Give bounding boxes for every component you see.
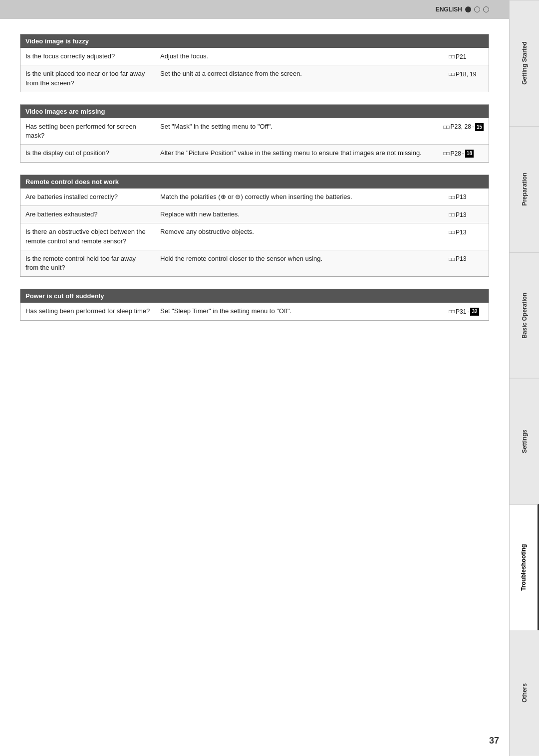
book-icon: □□	[443, 124, 449, 131]
sidebar-tab-others[interactable]: Others	[510, 630, 539, 756]
ref-cell: □□ P21	[444, 48, 489, 65]
ref-badge: 18	[465, 150, 474, 158]
book-icon: □□	[449, 256, 455, 263]
answer-cell: Match the polarities (⊕ or ⊖) correctly …	[155, 189, 444, 206]
question-cell: Is there an obstructive object between t…	[20, 223, 155, 250]
ref-text: P23, 28	[451, 123, 471, 131]
trouble-section-2: Remote control does not workAre batterie…	[20, 175, 489, 277]
page-number: 37	[489, 736, 499, 746]
sidebar: Getting StartedPreparationBasic Operatio…	[509, 0, 539, 756]
ref-box: □□ P21	[449, 53, 466, 61]
top-bar: ENGLISH	[0, 0, 539, 19]
ref-text: P13	[456, 193, 466, 201]
ref-cell: □□ P13	[444, 205, 489, 223]
book-icon: □□	[449, 53, 455, 60]
answer-cell: Set the unit at a correct distance from …	[155, 65, 444, 92]
table-row: Has setting been performed for screen ma…	[20, 118, 489, 145]
book-icon: □□	[449, 211, 455, 218]
ref-text: P13	[456, 228, 466, 237]
question-cell: Has setting been performed for screen ma…	[20, 118, 155, 145]
answer-cell: Hold the remote control closer to the se…	[155, 250, 444, 276]
book-icon: □□	[449, 308, 455, 315]
ref-badge: 32	[470, 308, 479, 316]
dot-empty-icon-1	[474, 6, 480, 12]
answer-cell: Adjust the focus.	[155, 48, 444, 65]
ref-cell: □□ P13	[444, 223, 489, 250]
answer-cell: Remove any obstructive objects.	[155, 223, 444, 250]
trouble-section-1: Video images are missingHas setting been…	[20, 104, 489, 163]
ref-cell: □□ P23, 28 - 15	[438, 118, 489, 145]
table-row: Are batteries installed correctly?Match …	[20, 189, 489, 206]
ref-badge: 15	[475, 123, 484, 131]
question-cell: Has setting been performed for sleep tim…	[20, 303, 155, 320]
ref-box: □□ P13	[449, 193, 466, 201]
question-cell: Are batteries exhausted?	[20, 205, 155, 223]
question-cell: Is the focus correctly adjusted?	[20, 48, 155, 65]
ref-cell: □□ P28 - 18	[438, 145, 489, 162]
ref-separator: -	[462, 150, 464, 158]
ref-text: P28	[451, 150, 461, 158]
ref-cell: □□ P18, 19	[444, 65, 489, 92]
ref-box: □□ P13	[449, 211, 466, 219]
ref-box: □□ P31 - 32	[449, 308, 479, 316]
ref-box: □□ P18, 19	[449, 70, 476, 79]
sidebar-tab-getting-started[interactable]: Getting Started	[510, 0, 539, 126]
ref-separator: -	[467, 308, 469, 316]
sidebar-tab-basic-operation[interactable]: Basic Operation	[510, 252, 539, 378]
ref-cell: □□ P31 - 32	[444, 303, 489, 320]
section-header-2: Remote control does not work	[20, 175, 489, 189]
ref-text: P13	[456, 211, 466, 219]
section-header-1: Video images are missing	[20, 105, 489, 118]
section-table-0: Is the focus correctly adjusted?Adjust t…	[20, 48, 489, 92]
answer-cell: Set "Mask" in the setting menu to "Off".	[155, 118, 438, 145]
ref-text: P13	[456, 255, 466, 263]
dot-empty-icon-2	[483, 6, 489, 12]
sidebar-tab-troubleshooting[interactable]: Troubleshooting	[510, 504, 539, 630]
table-row: Has setting been performed for sleep tim…	[20, 303, 489, 320]
section-header-3: Power is cut off suddenly	[20, 289, 489, 303]
table-row: Is the focus correctly adjusted?Adjust t…	[20, 48, 489, 65]
dot-filled-icon	[465, 6, 471, 12]
ref-cell: □□ P13	[444, 250, 489, 276]
ref-text: P21	[456, 53, 466, 61]
answer-cell: Set "Sleep Timer" in the setting menu to…	[155, 303, 444, 320]
table-row: Is the display out of position?Alter the…	[20, 145, 489, 162]
question-cell: Is the display out of position?	[20, 145, 155, 162]
section-table-3: Has setting been performed for sleep tim…	[20, 303, 489, 320]
table-row: Is the unit placed too near or too far a…	[20, 65, 489, 92]
ref-separator: -	[472, 123, 474, 131]
language-indicator: ENGLISH	[436, 6, 489, 13]
section-header-0: Video image is fuzzy	[20, 34, 489, 48]
sidebar-tab-preparation[interactable]: Preparation	[510, 126, 539, 252]
ref-box: □□ P13	[449, 228, 466, 237]
answer-cell: Alter the "Picture Position" value in th…	[155, 145, 438, 162]
ref-box: □□ P13	[449, 255, 466, 263]
question-cell: Is the unit placed too near or too far a…	[20, 65, 155, 92]
book-icon: □□	[449, 229, 455, 236]
table-row: Is there an obstructive object between t…	[20, 223, 489, 250]
ref-box: □□ P23, 28 - 15	[443, 123, 484, 131]
ref-box: □□ P28 - 18	[443, 150, 474, 158]
table-row: Are batteries exhausted?Replace with new…	[20, 205, 489, 223]
book-icon: □□	[449, 71, 455, 78]
ref-cell: □□ P13	[444, 189, 489, 206]
ref-text: P18, 19	[456, 70, 476, 79]
book-icon: □□	[443, 150, 449, 157]
ref-text: P31	[456, 308, 466, 316]
language-label: ENGLISH	[436, 6, 462, 13]
question-cell: Is the remote control held too far away …	[20, 250, 155, 276]
trouble-section-3: Power is cut off suddenlyHas setting bee…	[20, 289, 489, 320]
question-cell: Are batteries installed correctly?	[20, 189, 155, 206]
main-content: Video image is fuzzyIs the focus correct…	[0, 19, 509, 756]
section-table-1: Has setting been performed for screen ma…	[20, 118, 489, 162]
trouble-section-0: Video image is fuzzyIs the focus correct…	[20, 34, 489, 92]
sidebar-tab-settings[interactable]: Settings	[510, 378, 539, 504]
answer-cell: Replace with new batteries.	[155, 205, 444, 223]
book-icon: □□	[449, 194, 455, 201]
table-row: Is the remote control held too far away …	[20, 250, 489, 276]
section-table-2: Are batteries installed correctly?Match …	[20, 189, 489, 277]
